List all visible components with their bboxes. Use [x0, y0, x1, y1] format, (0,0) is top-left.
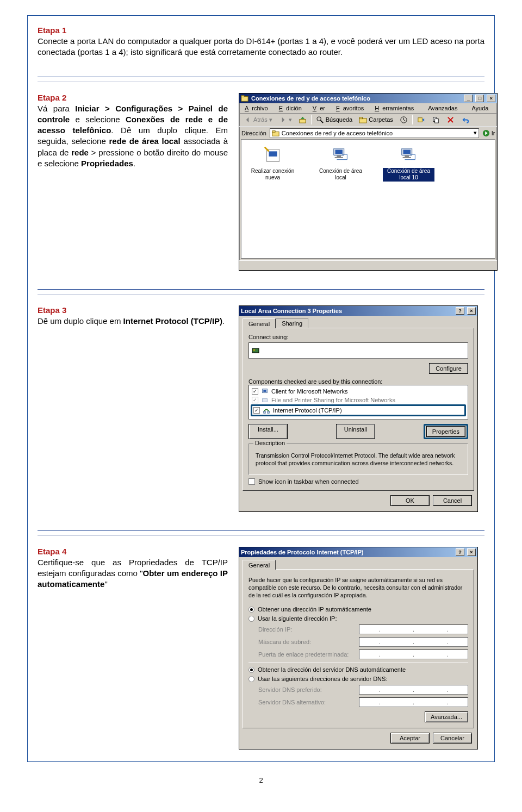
- tab-general[interactable]: General: [243, 318, 276, 328]
- svg-rect-15: [269, 151, 277, 157]
- cancel-button[interactable]: Cancelar: [433, 733, 472, 744]
- svg-rect-6: [359, 117, 363, 118]
- connect-using-label: Connect using:: [248, 334, 468, 340]
- tcpip-title: Propiedades de Protocolo Internet (TCP/I…: [241, 549, 364, 555]
- svg-rect-2: [300, 119, 306, 123]
- protocol-icon: [263, 407, 270, 414]
- help-button[interactable]: ?: [456, 307, 464, 315]
- radio-auto-ip[interactable]: [248, 607, 254, 613]
- wizard-icon: [263, 145, 283, 166]
- help-button[interactable]: ?: [456, 548, 464, 556]
- lacp-dialog: Local Area Connection 3 Properties ? × G…: [239, 305, 478, 512]
- item-local-area-connection-10[interactable]: Conexión de área local 10: [383, 145, 434, 182]
- step4-title: Etapa 4: [38, 547, 228, 556]
- explorer-content: Realizar conexión nueva Conexión de área…: [241, 139, 495, 259]
- dns2-field: ...: [359, 697, 468, 707]
- address-bar: Dirección Conexiones de red y de acceso …: [239, 127, 497, 139]
- tcpip-titlebar[interactable]: Propiedades de Protocolo Internet (TCP/I…: [239, 547, 477, 557]
- divider: [38, 530, 484, 531]
- properties-button[interactable]: Properties: [426, 426, 465, 437]
- tcpip-dialog: Propiedades de Protocolo Internet (TCP/I…: [239, 547, 478, 750]
- step3-body: Dê um duplo clique em Internet Protocol …: [38, 316, 228, 327]
- svg-line-4: [320, 120, 323, 123]
- tcpip-intro: Puede hacer que la configuración IP se a…: [248, 575, 468, 604]
- checkbox-icon[interactable]: ✓: [253, 407, 260, 414]
- svg-rect-29: [264, 411, 266, 413]
- menu-avanzadas[interactable]: Avanzadas: [421, 104, 464, 113]
- close-button[interactable]: ×: [487, 95, 495, 102]
- menu-herramientas[interactable]: Herramientas: [371, 104, 420, 113]
- divider: [38, 77, 484, 77]
- go-button[interactable]: Ir: [482, 129, 495, 137]
- svg-rect-27: [263, 390, 266, 392]
- step-4: Etapa 4 Certifique-se que as Propriedade…: [38, 547, 484, 750]
- step1-body: Conecte a porta LAN do computador a qual…: [38, 36, 484, 58]
- svg-rect-23: [402, 157, 411, 158]
- menu-archivo[interactable]: Archivo: [241, 104, 275, 113]
- divider: [38, 82, 484, 82]
- step4-body: Certifique-se que as Propriedades de TCP…: [38, 557, 228, 590]
- search-button[interactable]: Búsqueda: [314, 115, 355, 125]
- maximize-button[interactable]: □: [475, 95, 484, 102]
- svg-rect-28: [263, 398, 268, 402]
- svg-rect-19: [334, 157, 343, 158]
- divider: [38, 535, 484, 536]
- close-button[interactable]: ×: [467, 307, 476, 315]
- svg-rect-17: [335, 149, 342, 154]
- show-icon-checkbox[interactable]: [248, 478, 255, 485]
- svg-rect-25: [253, 349, 255, 351]
- checkbox-icon[interactable]: ✓: [252, 397, 258, 403]
- back-button[interactable]: Atrás ▾: [241, 115, 275, 125]
- checkbox-icon[interactable]: ✓: [252, 388, 258, 395]
- ip-field: ...: [359, 624, 468, 634]
- svg-rect-10: [435, 118, 439, 123]
- item-new-connection[interactable]: Realizar conexión nueva: [247, 145, 299, 182]
- status-bar: [239, 260, 497, 270]
- step2-body: Vá para Iniciar > Configurações > Painel…: [38, 103, 228, 170]
- explorer-titlebar[interactable]: Conexiones de red y de acceso telefónico…: [239, 93, 497, 103]
- undo-button[interactable]: [459, 115, 471, 125]
- menu-favoritos[interactable]: Favoritos: [333, 104, 370, 113]
- radio-manual-dns[interactable]: [248, 676, 254, 682]
- up-button[interactable]: [296, 115, 309, 125]
- svg-rect-18: [337, 155, 341, 157]
- delete-button[interactable]: [444, 115, 457, 125]
- menu-edicion[interactable]: Edición: [276, 104, 308, 113]
- lacp-titlebar[interactable]: Local Area Connection 3 Properties ? ×: [239, 306, 477, 316]
- menu-ver[interactable]: Ver: [309, 104, 332, 113]
- radio-auto-dns[interactable]: [248, 667, 254, 673]
- explorer-title: Conexiones de red y de acceso telefónico: [251, 95, 370, 102]
- folders-button[interactable]: Carpetas: [357, 115, 395, 125]
- cancel-button[interactable]: Cancel: [433, 495, 472, 506]
- lacp-title: Local Area Connection 3 Properties: [241, 308, 342, 314]
- address-field[interactable]: Conexiones de red y de acceso telefónico…: [270, 128, 479, 138]
- advanced-button[interactable]: Avanzada...: [425, 711, 468, 722]
- lan-icon: [399, 145, 419, 166]
- tab-general[interactable]: General: [243, 560, 276, 570]
- menu-ayuda[interactable]: Ayuda: [465, 104, 495, 113]
- configure-button[interactable]: Configure: [429, 363, 468, 374]
- explorer-toolbar: Atrás ▾ ▾ Búsqueda Carpet: [239, 113, 497, 127]
- tcpip-item[interactable]: ✓ Internet Protocol (TCP/IP): [251, 404, 466, 416]
- radio-manual-ip[interactable]: [248, 616, 254, 622]
- item-local-area-connection[interactable]: Conexión de área local: [315, 145, 366, 182]
- history-button[interactable]: [397, 115, 410, 125]
- close-button[interactable]: ×: [467, 548, 476, 556]
- minimize-button[interactable]: _: [464, 95, 473, 102]
- accept-button[interactable]: Aceptar: [390, 733, 430, 744]
- install-button[interactable]: Install...: [248, 424, 288, 439]
- step-1: Etapa 1 Conecte a porta LAN do computado…: [38, 26, 484, 58]
- copy-to-button[interactable]: [430, 115, 442, 125]
- uninstall-button[interactable]: Uninstall: [336, 424, 375, 439]
- ok-button[interactable]: OK: [390, 495, 430, 506]
- move-to-button[interactable]: [415, 115, 427, 125]
- components-list[interactable]: ✓ Client for Microsoft Networks ✓ File a…: [248, 385, 468, 420]
- forward-button[interactable]: ▾: [277, 115, 294, 125]
- step-2: Etapa 2 Vá para Iniciar > Configurações …: [38, 93, 484, 271]
- components-label: Components checked are used by this conn…: [248, 378, 468, 385]
- svg-rect-1: [241, 95, 244, 97]
- svg-rect-30: [268, 411, 270, 413]
- step1-title: Etapa 1: [38, 26, 484, 35]
- tab-sharing[interactable]: Sharing: [276, 318, 308, 328]
- adapter-field[interactable]: [248, 342, 468, 359]
